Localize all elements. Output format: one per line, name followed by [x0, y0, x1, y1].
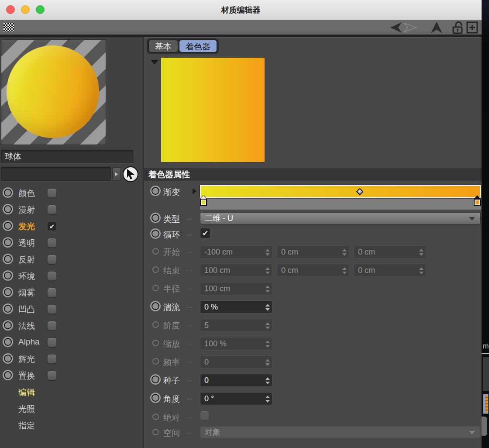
prop-radio-cycle[interactable] — [152, 230, 159, 238]
prop-input-angle-0[interactable]: 0 ° — [200, 392, 272, 405]
gradient-knot-start[interactable] — [200, 195, 207, 206]
prop-input-octaves-0[interactable]: 5 — [200, 319, 272, 332]
channel-row-color[interactable]: 颜色 — [0, 185, 143, 201]
channel-radio-bump[interactable] — [4, 305, 12, 313]
add-window-icon[interactable] — [466, 21, 479, 34]
material-name-input[interactable] — [1, 150, 133, 163]
stepper-icon[interactable] — [418, 248, 424, 257]
channel-row-environment[interactable]: 环境 — [0, 268, 143, 284]
stepper-icon[interactable] — [265, 376, 270, 385]
prop-radio-start[interactable] — [152, 248, 159, 255]
material-preview[interactable] — [1, 39, 106, 145]
sidebar-item-illumination[interactable]: 光照 — [0, 400, 143, 417]
prop-input-end-1[interactable]: 0 cm — [277, 264, 349, 277]
sidebar-item-assign[interactable]: 指定 — [0, 417, 143, 434]
channel-radio-fog[interactable] — [4, 288, 12, 296]
channel-row-displacement[interactable]: 置换 — [0, 367, 143, 384]
stepper-icon[interactable] — [265, 321, 270, 330]
prop-radio-octaves[interactable] — [152, 321, 159, 328]
stepper-icon[interactable] — [265, 285, 270, 293]
nav-up-icon[interactable] — [430, 21, 444, 34]
prop-radio-end[interactable] — [152, 266, 159, 273]
prop-radio-frequency[interactable] — [152, 358, 159, 365]
search-input[interactable] — [1, 167, 111, 181]
sidebar-item-edit[interactable]: 编辑 — [0, 384, 143, 400]
channel-radio-reflectance[interactable] — [4, 255, 12, 263]
prop-checkbox-cycle[interactable]: ✔ — [200, 228, 210, 238]
channel-row-luminance[interactable]: 发光✔ — [0, 218, 143, 234]
prop-input-start-1[interactable]: 0 cm — [277, 245, 349, 258]
prop-checkbox-absolute[interactable] — [200, 411, 209, 420]
gradient-midpoint-knot[interactable] — [356, 188, 364, 195]
prop-radio-seed[interactable] — [152, 376, 159, 383]
gradient-bar[interactable] — [200, 185, 481, 198]
channel-checkbox-color[interactable] — [47, 188, 57, 198]
channel-radio-normal[interactable] — [4, 321, 12, 329]
tab-basic[interactable]: 基本 — [148, 40, 178, 52]
stepper-icon[interactable] — [265, 395, 270, 403]
prop-radio-angle[interactable] — [152, 394, 159, 402]
channel-row-diffusion[interactable]: 漫射 — [0, 201, 143, 218]
shader-preview[interactable] — [161, 57, 265, 162]
channel-radio-color[interactable] — [4, 189, 12, 196]
expand-arrow-icon[interactable] — [193, 188, 196, 194]
history-back-forward-icons[interactable] — [388, 21, 421, 34]
prop-radio-space[interactable] — [152, 429, 159, 435]
prop-input-end-0[interactable]: 100 cm — [200, 264, 272, 277]
channel-checkbox-environment[interactable] — [47, 271, 57, 281]
channel-checkbox-bump[interactable] — [47, 304, 57, 314]
channel-row-alpha[interactable]: Alpha — [0, 334, 143, 351]
channel-row-reflectance[interactable]: 反射 — [0, 251, 143, 268]
channel-row-glow[interactable]: 辉光 — [0, 351, 143, 367]
prop-radio-turbulence[interactable] — [152, 302, 159, 310]
prop-input-frequency-0[interactable]: 0 — [200, 355, 272, 369]
channel-radio-displacement[interactable] — [4, 371, 12, 379]
stepper-icon[interactable] — [265, 303, 270, 312]
channel-radio-diffusion[interactable] — [4, 205, 12, 213]
channel-radio-glow[interactable] — [4, 355, 12, 362]
tab-shader[interactable]: 着色器 — [179, 40, 217, 52]
stepper-icon[interactable] — [265, 340, 270, 348]
collapse-triangle-icon[interactable] — [151, 60, 158, 65]
channel-checkbox-reflectance[interactable] — [47, 255, 57, 264]
channel-checkbox-glow[interactable] — [47, 354, 57, 364]
prop-input-scale-0[interactable]: 100 % — [200, 337, 272, 350]
channel-radio-alpha[interactable] — [4, 338, 12, 346]
stepper-icon[interactable] — [265, 248, 270, 257]
prop-input-start-2[interactable]: 0 cm — [354, 245, 426, 258]
stepper-icon[interactable] — [265, 266, 270, 275]
channel-radio-environment[interactable] — [4, 272, 12, 279]
channel-row-bump[interactable]: 凹凸 — [0, 301, 143, 317]
channel-row-transparency[interactable]: 透明 — [0, 234, 143, 251]
channel-row-fog[interactable]: 烟雾 — [0, 284, 143, 301]
stepper-icon[interactable] — [265, 358, 270, 367]
prop-input-radius-0[interactable]: 100 cm — [200, 282, 272, 295]
channel-radio-luminance[interactable] — [4, 222, 12, 230]
gradient-knot-end[interactable] — [473, 195, 481, 206]
prop-radio-type[interactable] — [152, 214, 159, 222]
dither-preview-icon[interactable] — [3, 23, 14, 31]
prop-input-seed-0[interactable]: 0 — [200, 374, 272, 387]
pick-cursor-button[interactable] — [123, 166, 138, 182]
prop-dropdown-space[interactable]: 对象 — [200, 426, 481, 438]
prop-input-start-0[interactable]: -100 cm — [200, 245, 272, 258]
stepper-icon[interactable] — [341, 248, 347, 257]
channel-checkbox-luminance[interactable]: ✔ — [47, 221, 57, 231]
lock-open-icon[interactable] — [451, 21, 465, 34]
channel-row-normal[interactable]: 法线 — [0, 317, 143, 334]
prop-input-end-2[interactable]: 0 cm — [354, 264, 426, 277]
channel-radio-transparency[interactable] — [4, 238, 12, 246]
prop-radio-scale[interactable] — [152, 340, 159, 346]
channel-checkbox-displacement[interactable] — [47, 371, 57, 380]
channel-checkbox-alpha[interactable] — [47, 338, 57, 347]
channel-checkbox-fog[interactable] — [47, 288, 57, 297]
prop-radio-gradient[interactable] — [152, 187, 159, 195]
stepper-icon[interactable] — [341, 266, 347, 275]
prop-input-turbulence-0[interactable]: 0 % — [200, 300, 272, 314]
channel-checkbox-normal[interactable] — [47, 321, 57, 331]
search-expand-button[interactable] — [112, 167, 121, 181]
channel-checkbox-diffusion[interactable] — [47, 205, 57, 214]
prop-radio-absolute[interactable] — [152, 414, 159, 420]
prop-dropdown-type[interactable]: 二维 - U — [200, 212, 481, 224]
channel-checkbox-transparency[interactable] — [47, 238, 57, 248]
